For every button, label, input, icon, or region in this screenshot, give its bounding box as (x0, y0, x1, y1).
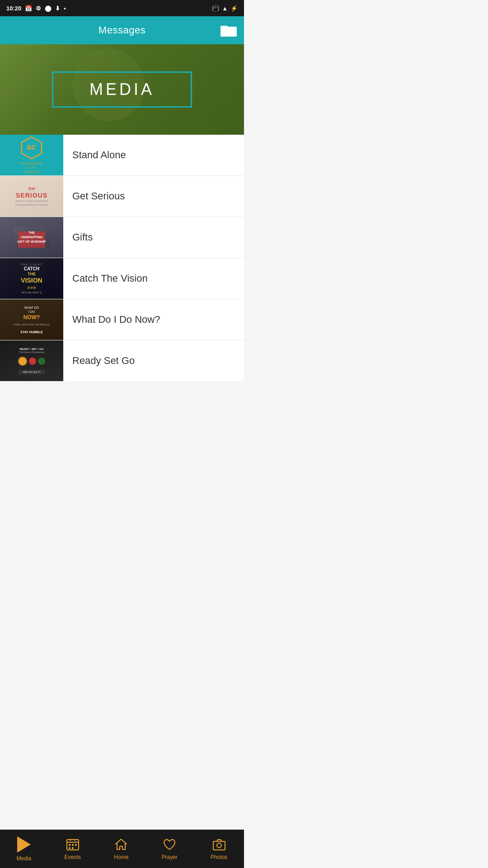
item-label-ready-set-go: Ready Set Go (63, 340, 244, 381)
item-label-stand-alone: Stand Alone (63, 135, 244, 175)
thumb-catch-content: THE LIGHT CATCH THE VISION »»» WHO AM I … (17, 260, 46, 297)
catch-the-text: THE (20, 272, 42, 276)
hero-border-box: MEDIA (52, 71, 192, 108)
list-item[interactable]: BC BELIEVERSCITYCHURCH Stand Alone (0, 135, 244, 176)
now-sub-text: LIVING LIFE AFTER THE MIRACLE (14, 323, 50, 326)
wifi-icon: ▲ (222, 5, 228, 12)
rsg-line1-text: READY • SET • GO (18, 348, 45, 350)
item-label-get-serious: Get Serious (63, 176, 244, 217)
dot-icon: • (64, 5, 66, 12)
now-i-text: I DO (14, 310, 50, 313)
status-bar: 10:20 📅 ⚙ ⬤ ⬇ • 📳 ▲ ⚡ (0, 0, 244, 16)
catch-arrows-icon: »»» (20, 284, 42, 291)
catch-light-label: THE LIGHT (20, 263, 42, 266)
list-item[interactable]: WHAT DO I DO NOW? LIVING LIFE AFTER THE … (0, 299, 244, 340)
svg-rect-1 (221, 26, 228, 29)
gs-get-text: Get (28, 186, 35, 191)
gear-icon: ⚙ (36, 5, 41, 12)
catch-sub-text: WHO AM I [PART 1] (20, 291, 42, 294)
download-icon: ⬇ (55, 5, 60, 12)
list-item[interactable]: READY • SET • GO The Race to Discipleshi… (0, 340, 244, 381)
svg-text:BC: BC (27, 144, 36, 151)
page-title: Messages (99, 24, 145, 36)
status-time: 10:20 (6, 5, 21, 12)
thumb-stand-alone: BC BELIEVERSCITYCHURCH (0, 135, 63, 175)
catch-vision-text: VISION (20, 277, 42, 284)
status-right: 📳 ▲ ⚡ (212, 5, 238, 12)
thumb-catch-vision: THE LIGHT CATCH THE VISION »»» WHO AM I … (0, 258, 63, 299)
item-label-what-do-now: What Do I Do Now? (63, 299, 244, 340)
list-item[interactable]: Get SERIOUS ABOUT YOUR SACRIFICE Underst… (0, 176, 244, 217)
thumb-rsg-content: READY • SET • GO The Race to Discipleshi… (14, 345, 49, 377)
circle-icon: ⬤ (45, 5, 52, 12)
header: Messages (0, 16, 244, 44)
now-what-text: WHAT DO (14, 306, 50, 309)
thumb-get-serious: Get SERIOUS ABOUT YOUR SACRIFICE Underst… (0, 176, 63, 217)
status-left: 10:20 📅 ⚙ ⬤ ⬇ • (6, 5, 66, 12)
thumb-ready-set-go: READY • SET • GO The Race to Discipleshi… (0, 340, 63, 381)
gs-sub-text: ABOUT YOUR SACRIFICE (15, 200, 48, 203)
thumb-get-serious-content: Get SERIOUS ABOUT YOUR SACRIFICE Underst… (11, 183, 52, 210)
item-label-catch-vision: Catch The Vision (63, 258, 244, 299)
thumb-gifts-content: THEUNWRAPPINGGIFT OF WORSHIP (14, 227, 50, 247)
list-item[interactable]: THE LIGHT CATCH THE VISION »»» WHO AM I … (0, 258, 244, 299)
hero-text: MEDIA (89, 80, 155, 99)
rsg-are-text: ARE YOU S.E.T? (18, 370, 45, 374)
messages-list: BC BELIEVERSCITYCHURCH Stand Alone Get S… (0, 135, 244, 381)
bcc-name-label: BELIEVERSCITYCHURCH (21, 161, 42, 174)
rsg-line2-text: The Race to Discipleship (18, 351, 45, 354)
thumb-now-content: WHAT DO I DO NOW? LIVING LIFE AFTER THE … (10, 303, 54, 336)
now-stay-text: STAY HUMBLE (14, 330, 50, 334)
gifts-title-text: THEUNWRAPPINGGIFT OF WORSHIP (18, 231, 46, 244)
bcc-logo: BC BELIEVERSCITYCHURCH (20, 136, 43, 174)
catch-catch-text: CATCH (20, 266, 42, 271)
battery-icon: ⚡ (230, 5, 238, 12)
gs-serious-text: SERIOUS (16, 192, 47, 199)
content-area: BC BELIEVERSCITYCHURCH Stand Alone Get S… (0, 135, 244, 433)
thumb-what-do-now: WHAT DO I DO NOW? LIVING LIFE AFTER THE … (0, 299, 63, 340)
folder-button[interactable] (221, 24, 237, 37)
hero-banner[interactable]: MEDIA (0, 44, 244, 135)
item-label-gifts: Gifts (63, 217, 244, 258)
calendar-icon: 📅 (25, 5, 32, 12)
now-now-text: NOW? (14, 314, 50, 321)
gs-sub2-text: Understanding the Process (15, 203, 48, 206)
thumb-gifts: THEUNWRAPPINGGIFT OF WORSHIP (0, 217, 63, 258)
list-item[interactable]: THEUNWRAPPINGGIFT OF WORSHIP Gifts (0, 217, 244, 258)
vibrate-icon: 📳 (212, 5, 219, 12)
